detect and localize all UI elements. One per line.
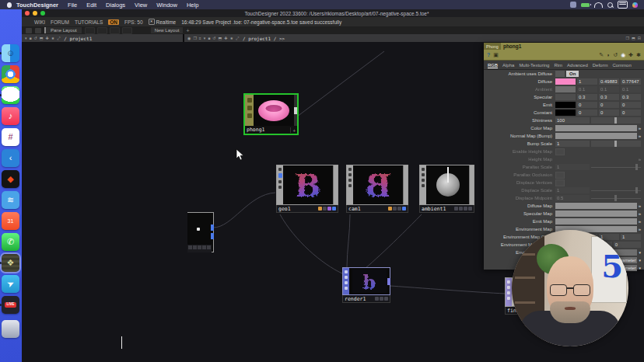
tutorials-link[interactable]: TUTORIALS — [75, 19, 103, 25]
slider-track[interactable] — [591, 117, 641, 124]
tab-advanced[interactable]: Advanced — [567, 63, 588, 68]
add-layout-button[interactable]: + — [186, 28, 189, 33]
node-flag[interactable] — [393, 207, 397, 211]
control-center-icon[interactable] — [618, 1, 628, 9]
operator-name[interactable]: phong1 — [501, 44, 521, 49]
color-swatch[interactable] — [555, 86, 576, 92]
expand-chevron-icon[interactable]: » — [639, 134, 641, 138]
node-flag[interactable] — [384, 297, 388, 301]
value-field[interactable]: 0.3 — [599, 94, 619, 100]
close-window-button[interactable] — [25, 11, 30, 16]
calendar-icon[interactable]: 31 — [2, 212, 19, 230]
layout-save-icon[interactable] — [35, 28, 41, 33]
settings-gear-icon[interactable]: ✱ — [636, 52, 641, 58]
left-pane-path[interactable]: / project1 — [64, 36, 92, 41]
param-checkbox[interactable] — [555, 148, 565, 155]
layout-preset-slot[interactable] — [122, 27, 132, 34]
battery-icon[interactable] — [581, 3, 590, 7]
phong1-add-button[interactable]: + — [290, 127, 296, 133]
node-ambient1[interactable]: ambient1 — [419, 165, 474, 213]
menu-item-edit[interactable]: Edit — [82, 2, 101, 9]
viewer-icon[interactable]: ▣ — [493, 52, 499, 58]
cam1-flags[interactable] — [388, 207, 406, 211]
chevron-down-icon[interactable]: ▾ — [639, 266, 641, 270]
parameter-dialog-header[interactable]: Phong phong1 — [484, 43, 644, 50]
help-icon[interactable]: ? — [487, 52, 490, 57]
value-field[interactable]: 0.3 — [621, 94, 641, 100]
value-field[interactable]: 0.5 — [555, 195, 590, 201]
slider-track[interactable] — [591, 187, 641, 193]
toggle-box[interactable] — [555, 71, 565, 77]
value-field[interactable]: 0.49883 — [599, 78, 619, 85]
menu-item-dialogs[interactable]: Dialogs — [101, 2, 130, 9]
value-field[interactable]: 0.1 — [577, 86, 597, 92]
chevron-down-icon[interactable]: ▾ — [639, 258, 641, 263]
music-icon[interactable]: ♪ — [2, 107, 19, 125]
trash-icon[interactable] — [2, 320, 19, 338]
value-field[interactable]: 100 — [555, 117, 590, 124]
value-field[interactable]: 0 — [614, 242, 641, 248]
new-layout-tab[interactable]: New Layout — [151, 27, 184, 33]
pane-layout-button[interactable]: Pane Layout — [44, 27, 82, 33]
menu-item-view[interactable]: View — [130, 2, 152, 9]
value-field[interactable]: 0.77647 — [621, 78, 641, 85]
geo1-flags[interactable] — [318, 207, 336, 211]
menu-item-touchdesigner[interactable]: TouchDesigner — [12, 2, 63, 9]
node-flag[interactable] — [332, 207, 336, 211]
color-swatch[interactable] — [555, 94, 576, 100]
tab-common[interactable]: Common — [612, 63, 631, 68]
edit-icon[interactable]: ✎ — [599, 52, 604, 58]
value-field[interactable]: 0 — [621, 110, 641, 116]
slider-track[interactable] — [591, 141, 641, 147]
value-field[interactable]: 0.3 — [577, 94, 597, 100]
tab-rgb[interactable]: RGB — [488, 63, 498, 68]
param-checkbox[interactable] — [555, 172, 565, 179]
node-flag[interactable] — [464, 207, 467, 211]
forum-link[interactable]: FORUM — [51, 19, 69, 25]
value-field[interactable]: 1 — [555, 164, 590, 170]
pane-icon[interactable]: ↺ — [34, 36, 37, 41]
layout-grid-icon[interactable] — [26, 28, 32, 33]
pane-icon[interactable]: ▾ — [204, 36, 206, 41]
tab-rim[interactable]: Rim — [554, 63, 562, 68]
pane-icon[interactable]: ⤢ — [236, 36, 239, 41]
value-field[interactable]: 0 — [577, 102, 597, 108]
map-field[interactable] — [555, 218, 637, 225]
expand-chevron-icon[interactable]: » — [639, 204, 641, 208]
tab-multi-texturing[interactable]: Multi-Texturing — [519, 63, 549, 68]
pane-icon[interactable]: ★ — [51, 36, 54, 41]
map-field[interactable] — [555, 211, 637, 217]
minimize-window-button[interactable] — [33, 11, 37, 16]
value-field[interactable]: 0 — [621, 102, 641, 108]
node-flag[interactable] — [327, 207, 331, 211]
menu-item-file[interactable]: File — [63, 2, 82, 9]
pane-icon[interactable]: ⬒ — [219, 36, 222, 41]
comment-icon[interactable]: ◗ — [607, 52, 610, 57]
node-flag[interactable] — [323, 207, 327, 211]
telegram-icon[interactable]: ➤ — [2, 275, 19, 293]
slider-track[interactable] — [591, 195, 641, 201]
value-field[interactable]: 1 — [555, 187, 590, 193]
node-flag[interactable] — [388, 207, 392, 211]
value-field[interactable]: 0.1 — [599, 86, 619, 92]
ambient1-flags[interactable] — [454, 207, 472, 211]
value-field[interactable]: 0 — [599, 110, 619, 116]
tab-deform[interactable]: Deform — [593, 63, 608, 68]
phong1-scrollbar[interactable] — [294, 95, 297, 126]
realtime-checkbox[interactable]: ✕ — [149, 19, 155, 25]
realtime-toggle[interactable]: ✕ Realtime — [149, 19, 177, 25]
tab-alpha[interactable]: Alpha — [502, 63, 514, 68]
node-flag[interactable] — [318, 207, 322, 211]
pane-icon[interactable]: ❐ — [626, 36, 629, 40]
language-icon[interactable]: ◉ — [621, 52, 625, 58]
pane-icon[interactable]: ■ — [30, 36, 32, 41]
menu-extra-app-icon[interactable] — [570, 2, 576, 8]
pane-icon[interactable]: ❐ — [193, 36, 196, 40]
pane-icon[interactable]: ▾ — [25, 36, 27, 41]
map-field[interactable] — [555, 203, 637, 209]
livestream-icon[interactable]: LIVE — [2, 296, 19, 314]
node-flag[interactable] — [397, 207, 401, 211]
finder-icon[interactable]: ☺ — [2, 44, 19, 62]
perform-on-badge[interactable]: ON — [108, 19, 119, 25]
chevron-down-icon[interactable]: ▾ — [639, 250, 641, 255]
